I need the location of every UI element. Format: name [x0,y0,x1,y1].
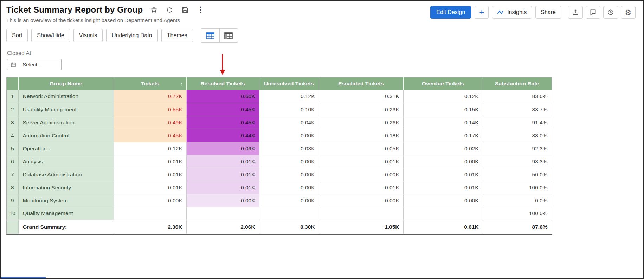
pivot-view-button[interactable] [219,29,238,42]
cell-unresolved[interactable] [259,207,319,220]
cell-tickets[interactable]: 0.12K [114,142,186,155]
settings-button[interactable]: ⚙ [621,6,636,19]
share-button[interactable]: Share [535,6,561,19]
cell-satisfaction[interactable]: 100.0% [483,207,552,220]
cell-group-name[interactable]: Analysis [18,155,114,168]
cell-resolved[interactable]: 0.44K [186,129,259,142]
themes-button[interactable]: Themes [161,29,193,42]
comment-button[interactable] [586,6,600,19]
cell-resolved[interactable]: 0.00K [186,194,259,207]
show-hide-button[interactable]: Show/Hide [31,29,70,42]
cell-tickets[interactable]: 0.01K [114,155,186,168]
column-header-group-name[interactable]: Group Name [18,77,114,90]
cell-unresolved[interactable]: 0.12K [259,90,319,103]
refresh-icon[interactable] [165,6,174,14]
cell-resolved[interactable] [186,207,259,220]
cell-overdue[interactable]: 0.01K [403,168,483,181]
export-button[interactable] [568,6,583,19]
cell-overdue[interactable]: 0.00K [403,194,483,207]
cell-unresolved[interactable]: 0.00K [259,129,319,142]
cell-overdue[interactable]: 0.12K [403,90,483,103]
insights-button[interactable]: Insights [492,6,532,19]
cell-resolved[interactable]: 0.01K [186,168,259,181]
cell-unresolved[interactable]: 0.04K [259,116,319,129]
cell-satisfaction[interactable]: 0.0% [483,194,552,207]
cell-satisfaction[interactable]: 92.3% [483,142,552,155]
cell-resolved[interactable]: 0.01K [186,155,259,168]
cell-satisfaction[interactable]: 50.0% [483,168,552,181]
cell-group-name[interactable]: Database Administration [18,168,114,181]
cell-group-name[interactable]: Network Administration [18,90,114,103]
column-header-unresolved-tickets[interactable]: Unresolved Tickets [259,77,319,90]
sort-button[interactable]: Sort [6,29,28,42]
more-vertical-icon[interactable]: ⋮ [196,6,205,14]
cell-unresolved[interactable]: 0.00K [259,181,319,194]
cell-satisfaction[interactable]: 93.3% [483,155,552,168]
cell-group-name[interactable]: Server Administration [18,116,114,129]
column-header-resolved-tickets[interactable]: Resolved Tickets [186,77,259,90]
alerts-button[interactable] [603,6,618,19]
cell-escalated[interactable]: 0.00K [319,194,403,207]
cell-group-name[interactable]: Quality Management [18,207,114,220]
cell-unresolved[interactable]: 0.00K [259,155,319,168]
cell-resolved[interactable]: 0.45K [186,116,259,129]
cell-unresolved[interactable]: 0.00K [259,194,319,207]
cell-satisfaction[interactable]: 88.0% [483,129,552,142]
cell-escalated[interactable]: 0.01K [319,155,403,168]
cell-group-name[interactable]: Information Security [18,181,114,194]
edit-design-button[interactable]: Edit Design [430,6,471,19]
cell-tickets[interactable]: 0.00K [114,194,186,207]
save-icon[interactable] [181,6,189,14]
column-header-overdue-tickets[interactable]: Overdue Tickets [403,77,483,90]
cell-satisfaction[interactable]: 100.0% [483,181,552,194]
cell-group-name[interactable]: Monitoring System [18,194,114,207]
visuals-button[interactable]: Visuals [73,29,103,42]
add-button[interactable]: + [475,6,489,19]
cell-tickets[interactable]: 0.01K [114,168,186,181]
cell-satisfaction[interactable]: 83.7% [483,103,552,116]
cell-tickets[interactable] [114,207,186,220]
cell-satisfaction[interactable]: 91.4% [483,116,552,129]
cell-overdue[interactable]: 0.01K [403,181,483,194]
cell-overdue[interactable]: 0.15K [403,103,483,116]
column-header-satisfaction-rate[interactable]: Satisfaction Rate [483,77,552,90]
cell-escalated[interactable]: 0.31K [319,90,403,103]
column-header-escalated-tickets[interactable]: Escalated Tickets [319,77,403,90]
cell-escalated[interactable]: 0.05K [319,142,403,155]
cell-group-name[interactable]: Operations [18,142,114,155]
table-view-button[interactable] [201,29,219,42]
cell-escalated[interactable] [319,207,403,220]
cell-escalated[interactable]: 0.18K [319,129,403,142]
cell-group-name[interactable]: Automation Control [18,129,114,142]
cell-group-name[interactable]: Usability Management [18,103,114,116]
cell-escalated[interactable]: 0.00K [319,168,403,181]
cell-tickets[interactable]: 0.45K [114,129,186,142]
cell-tickets[interactable]: 0.49K [114,116,186,129]
cell-tickets[interactable]: 0.72K [114,90,186,103]
closed-at-select[interactable]: - Select - [7,59,62,70]
cell-unresolved[interactable]: 0.10K [259,103,319,116]
cell-satisfaction[interactable]: 83.6% [483,90,552,103]
comment-icon [590,9,597,16]
cell-overdue[interactable]: 0.00K [403,155,483,168]
cell-resolved[interactable]: 0.09K [186,142,259,155]
cell-overdue[interactable]: 0.17K [403,129,483,142]
column-label: Escalated Tickets [338,80,384,86]
cell-unresolved[interactable]: 0.00K [259,168,319,181]
cell-overdue[interactable]: 0.02K [403,142,483,155]
cell-resolved[interactable]: 0.01K [186,181,259,194]
star-icon[interactable] [150,6,158,14]
underlying-data-button[interactable]: Underlying Data [106,29,158,42]
cell-escalated[interactable]: 0.26K [319,116,403,129]
cell-unresolved[interactable]: 0.03K [259,142,319,155]
cell-tickets[interactable]: 0.55K [114,103,186,116]
cell-resolved[interactable]: 0.45K [186,103,259,116]
cell-tickets[interactable]: 0.01K [114,181,186,194]
column-header-tickets[interactable]: Tickets↑ [114,77,186,90]
cell-overdue[interactable]: 0.14K [403,116,483,129]
column-label: Overdue Tickets [422,80,464,86]
cell-resolved[interactable]: 0.60K [186,90,259,103]
cell-escalated[interactable]: 0.23K [319,103,403,116]
cell-escalated[interactable]: 0.01K [319,181,403,194]
cell-overdue[interactable] [403,207,483,220]
